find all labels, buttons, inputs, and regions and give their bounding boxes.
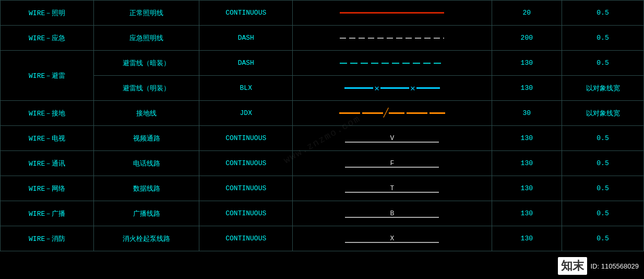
jdx-slash: ╱ — [384, 109, 389, 118]
wire-preview: V — [293, 126, 492, 151]
line-label-x: X — [390, 235, 395, 242]
wire-name: WIRE－电视 — [1, 126, 94, 151]
line-label-v: V — [390, 134, 395, 142]
wire-desc: 正常照明线 — [94, 1, 199, 26]
wire-width: 0.5 — [562, 151, 644, 176]
wire-name: WIRE－消防 — [1, 226, 94, 251]
wire-preview: F — [293, 151, 492, 176]
line-preview-labeled: B — [345, 210, 439, 218]
wire-width: 0.5 — [562, 226, 644, 251]
wire-desc: 数据线路 — [94, 176, 199, 201]
wire-desc: 避雷线（暗装） — [94, 51, 199, 76]
line-label-t: T — [390, 184, 395, 192]
wire-scale: 200 — [492, 26, 562, 51]
line-label-b: B — [390, 210, 395, 217]
wire-width: 以对象线宽 — [562, 101, 644, 126]
blx-x2: ✕ — [410, 83, 415, 94]
table-row: WIRE－接地 接地线 JDX ╱ 30 以对象线宽 — [1, 101, 644, 126]
line-preview-labeled: V — [345, 134, 439, 143]
line-preview-dash-gray — [340, 38, 444, 39]
wire-preview: T — [293, 176, 492, 201]
line-preview-jdx: ╱ — [339, 109, 446, 118]
wire-name: WIRE－避雷 — [1, 51, 94, 101]
wire-width: 0.5 — [562, 1, 644, 26]
wire-linetype: CONTINUOUS — [199, 151, 293, 176]
table-row: WIRE－广播 广播线路 CONTINUOUS B 130 0.5 — [1, 201, 644, 226]
table-row: WIRE－通讯 电话线路 CONTINUOUS F 130 0.5 — [1, 151, 644, 176]
wire-desc: 应急照明线 — [94, 26, 199, 51]
wire-scale: 30 — [492, 101, 562, 126]
line-gray — [345, 192, 439, 193]
wire-linetype: CONTINUOUS — [199, 201, 293, 226]
wire-preview: X — [293, 226, 492, 251]
id-badge: 知末 ID: 1105568029 — [558, 257, 639, 275]
line-preview-blx: ✕ ✕ — [344, 83, 439, 94]
line-label-f: F — [390, 159, 395, 167]
wire-preview — [293, 51, 492, 76]
wire-desc: 电话线路 — [94, 151, 199, 176]
line-gray — [345, 217, 439, 218]
wire-width: 0.5 — [562, 176, 644, 201]
wire-preview: ╱ — [293, 101, 492, 126]
wire-preview — [293, 26, 492, 51]
line-gray — [345, 167, 439, 168]
wire-linetype: DASH — [199, 26, 293, 51]
line-preview-labeled: X — [345, 235, 439, 243]
table-row: WIRE－电视 视频通路 CONTINUOUS V 130 0.5 — [1, 126, 644, 151]
wire-linetype: BLX — [199, 76, 293, 101]
blx-line-seg1 — [344, 87, 373, 89]
wire-preview — [293, 1, 492, 26]
wire-scale: 20 — [492, 1, 562, 26]
wire-name: WIRE－网络 — [1, 176, 94, 201]
wire-width: 0.5 — [562, 26, 644, 51]
jdx-seg4 — [407, 112, 427, 114]
table-row: WIRE－避雷 避雷线（暗装） DASH 130 0.5 — [1, 51, 644, 76]
line-preview-labeled: F — [345, 159, 439, 168]
table-row: WIRE－网络 数据线路 CONTINUOUS T 130 0.5 — [1, 176, 644, 201]
wire-preview: ✕ ✕ — [293, 76, 492, 101]
wire-linetype: CONTINUOUS — [199, 226, 293, 251]
wire-width: 0.5 — [562, 126, 644, 151]
table-row: WIRE－应急 应急照明线 DASH 200 0.5 — [1, 26, 644, 51]
wire-name: WIRE－广播 — [1, 201, 94, 226]
wire-scale: 130 — [492, 201, 562, 226]
wire-scale: 130 — [492, 176, 562, 201]
wire-preview: B — [293, 201, 492, 226]
wire-scale: 130 — [492, 51, 562, 76]
line-preview-dash-cyan — [340, 63, 444, 64]
wire-name: WIRE－接地 — [1, 101, 94, 126]
blx-x1: ✕ — [374, 83, 379, 94]
jdx-seg5 — [430, 112, 445, 114]
wire-linetype: JDX — [199, 101, 293, 126]
wire-name: WIRE－通讯 — [1, 151, 94, 176]
wire-width: 0.5 — [562, 201, 644, 226]
wire-linetype: CONTINUOUS — [199, 1, 293, 26]
jdx-seg2 — [362, 112, 383, 114]
wire-linetype: CONTINUOUS — [199, 176, 293, 201]
wire-desc: 接地线 — [94, 101, 199, 126]
jdx-seg3 — [389, 112, 404, 114]
wire-linetype: CONTINUOUS — [199, 126, 293, 151]
wire-scale: 130 — [492, 126, 562, 151]
blx-line-seg3 — [416, 87, 440, 89]
blx-line-seg2 — [380, 87, 409, 89]
wire-scale: 130 — [492, 226, 562, 251]
wire-name: WIRE－照明 — [1, 1, 94, 26]
wire-desc: 避雷线（明装） — [94, 76, 199, 101]
table-row: WIRE－消防 消火栓起泵线路 CONTINUOUS X 130 0.5 — [1, 226, 644, 251]
wire-desc: 视频通路 — [94, 126, 199, 151]
line-preview-labeled: T — [345, 184, 439, 193]
line-gray — [345, 242, 439, 243]
wire-table: WIRE－照明 正常照明线 CONTINUOUS 20 0.5 WIRE－应急 … — [0, 0, 644, 251]
id-badge-text: ID: 1105568029 — [590, 262, 639, 270]
id-badge-logo: 知末 — [558, 257, 587, 275]
table-row: WIRE－照明 正常照明线 CONTINUOUS 20 0.5 — [1, 1, 644, 26]
wire-desc: 广播线路 — [94, 201, 199, 226]
wire-scale: 130 — [492, 151, 562, 176]
wire-scale: 130 — [492, 76, 562, 101]
wire-name: WIRE－应急 — [1, 26, 94, 51]
wire-desc: 消火栓起泵线路 — [94, 226, 199, 251]
wire-width: 0.5 — [562, 51, 644, 76]
wire-linetype: DASH — [199, 51, 293, 76]
jdx-seg1 — [339, 112, 360, 114]
